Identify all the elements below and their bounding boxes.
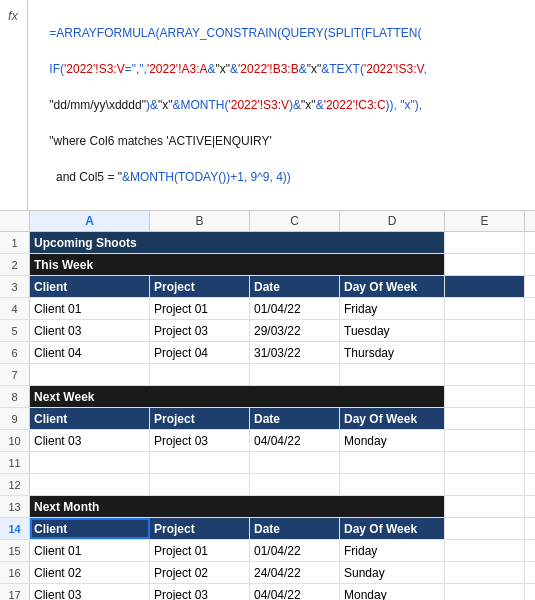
cell-d12[interactable]	[340, 474, 445, 495]
row-number: 16	[0, 562, 30, 583]
cell-e4[interactable]	[445, 298, 525, 319]
cell-e8[interactable]	[445, 386, 525, 407]
cell-b3[interactable]: Project	[150, 276, 250, 297]
cell-e6[interactable]	[445, 342, 525, 363]
table-row: 1 Upcoming Shoots	[0, 232, 535, 254]
cell-d9[interactable]: Day Of Week	[340, 408, 445, 429]
cell-d16[interactable]: Sunday	[340, 562, 445, 583]
cell-d7[interactable]	[340, 364, 445, 385]
cell-a1[interactable]: Upcoming Shoots	[30, 232, 445, 253]
row-number: 12	[0, 474, 30, 495]
cell-c6[interactable]: 31/03/22	[250, 342, 340, 363]
cell-e16[interactable]	[445, 562, 525, 583]
row-number: 5	[0, 320, 30, 341]
cell-a14[interactable]: Client	[30, 518, 150, 539]
formula-month1: MONTH(	[180, 98, 228, 112]
cell-e14[interactable]	[445, 518, 525, 539]
cell-a11[interactable]	[30, 452, 150, 473]
cell-e15[interactable]	[445, 540, 525, 561]
row-number: 15	[0, 540, 30, 561]
cell-e7[interactable]	[445, 364, 525, 385]
cell-a6[interactable]: Client 04	[30, 342, 150, 363]
cell-e11[interactable]	[445, 452, 525, 473]
cell-a15[interactable]: Client 01	[30, 540, 150, 561]
cell-c17[interactable]: 04/04/22	[250, 584, 340, 600]
cell-a17[interactable]: Client 03	[30, 584, 150, 600]
cell-b5[interactable]: Project 03	[150, 320, 250, 341]
cell-d5[interactable]: Tuesday	[340, 320, 445, 341]
cell-c11[interactable]	[250, 452, 340, 473]
cell-a2[interactable]: This Week	[30, 254, 445, 275]
cell-a10[interactable]: Client 03	[30, 430, 150, 451]
row-number: 7	[0, 364, 30, 385]
cell-c12[interactable]	[250, 474, 340, 495]
cell-d11[interactable]	[340, 452, 445, 473]
cell-e17[interactable]	[445, 584, 525, 600]
cell-b15[interactable]: Project 01	[150, 540, 250, 561]
fx-label: fx	[0, 0, 28, 210]
formula-text: TEXT(	[329, 62, 364, 76]
cell-a3[interactable]: Client	[30, 276, 150, 297]
cell-e3[interactable]	[445, 276, 525, 297]
cell-b17[interactable]: Project 03	[150, 584, 250, 600]
cell-d4[interactable]: Friday	[340, 298, 445, 319]
cell-c4[interactable]: 01/04/22	[250, 298, 340, 319]
cell-b16[interactable]: Project 02	[150, 562, 250, 583]
cell-b4[interactable]: Project 01	[150, 298, 250, 319]
cell-c7[interactable]	[250, 364, 340, 385]
col-header-e[interactable]: E	[445, 211, 525, 231]
col-header-d[interactable]: D	[340, 211, 445, 231]
row-number: 2	[0, 254, 30, 275]
cell-e1[interactable]	[445, 232, 525, 253]
cell-d17[interactable]: Monday	[340, 584, 445, 600]
cell-e10[interactable]	[445, 430, 525, 451]
cell-b12[interactable]	[150, 474, 250, 495]
col-header-b[interactable]: B	[150, 211, 250, 231]
cell-b11[interactable]	[150, 452, 250, 473]
cell-a9[interactable]: Client	[30, 408, 150, 429]
cell-c10[interactable]: 04/04/22	[250, 430, 340, 451]
cell-a5[interactable]: Client 03	[30, 320, 150, 341]
cell-d10[interactable]: Monday	[340, 430, 445, 451]
cell-e9[interactable]	[445, 408, 525, 429]
table-row: 16 Client 02 Project 02 24/04/22 Sunday	[0, 562, 535, 584]
cell-a4[interactable]: Client 01	[30, 298, 150, 319]
cell-b7[interactable]	[150, 364, 250, 385]
cell-e2[interactable]	[445, 254, 525, 275]
cell-c14[interactable]: Date	[250, 518, 340, 539]
cell-e12[interactable]	[445, 474, 525, 495]
formula-part-6: '2022'!A3:A	[147, 62, 208, 76]
cell-b9[interactable]: Project	[150, 408, 250, 429]
cell-a8[interactable]: Next Week	[30, 386, 445, 407]
cell-a12[interactable]	[30, 474, 150, 495]
table-row: 9 Client Project Date Day Of Week	[0, 408, 535, 430]
formula-part-2: IF(	[49, 62, 64, 76]
cell-d15[interactable]: Friday	[340, 540, 445, 561]
cell-b6[interactable]: Project 04	[150, 342, 250, 363]
cell-c16[interactable]: 24/04/22	[250, 562, 340, 583]
cell-e5[interactable]	[445, 320, 525, 341]
cell-a16[interactable]: Client 02	[30, 562, 150, 583]
formula-content[interactable]: =ARRAYFORMULA(ARRAY_CONSTRAIN(QUERY(SPLI…	[28, 0, 535, 210]
cell-a13[interactable]: Next Month	[30, 496, 445, 517]
cell-c3[interactable]: Date	[250, 276, 340, 297]
row-num-corner	[0, 211, 30, 231]
table-row: 15 Client 01 Project 01 01/04/22 Friday	[0, 540, 535, 562]
table-row: 11	[0, 452, 535, 474]
cell-d14[interactable]: Day Of Week	[340, 518, 445, 539]
formula-part-9: '2022'!S3:V	[228, 98, 289, 112]
cell-d3[interactable]: Day Of Week	[340, 276, 445, 297]
cell-b10[interactable]: Project 03	[150, 430, 250, 451]
cell-c5[interactable]: 29/03/22	[250, 320, 340, 341]
cell-a7[interactable]	[30, 364, 150, 385]
formula-part-4: ="	[125, 62, 136, 76]
col-header-c[interactable]: C	[250, 211, 340, 231]
cell-d6[interactable]: Thursday	[340, 342, 445, 363]
cell-c9[interactable]: Date	[250, 408, 340, 429]
row-number: 3	[0, 276, 30, 297]
cell-e13[interactable]	[445, 496, 525, 517]
cell-b14[interactable]: Project	[150, 518, 250, 539]
col-header-a[interactable]: A	[30, 211, 150, 231]
table-row: 13 Next Month	[0, 496, 535, 518]
cell-c15[interactable]: 01/04/22	[250, 540, 340, 561]
